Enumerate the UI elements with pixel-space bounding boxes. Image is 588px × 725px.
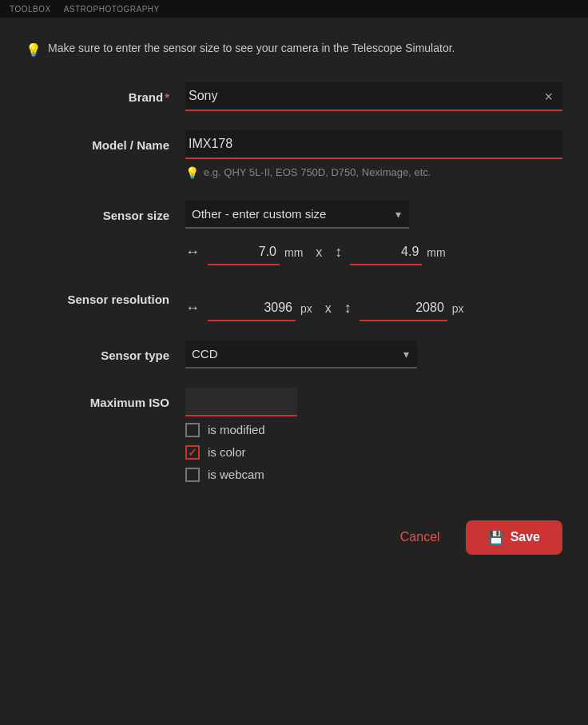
sensor-size-select[interactable]: Other - enter custom size [185,201,409,229]
brand-input-wrapper: × [185,82,562,111]
max-iso-row: Maximum ISO is modified ✓ is color [26,388,562,482]
is-modified-label: is modified [208,423,265,436]
model-label: Model / Name [26,130,185,152]
sensor-size-x-separator: x [316,245,322,260]
model-control: 💡 e.g. QHY 5L-II, EOS 750D, D750, Nexima… [185,130,562,181]
checkboxes-wrapper: is modified ✓ is color is webcam [185,423,562,482]
brand-input[interactable] [185,82,562,111]
save-button[interactable]: 💾 Save [466,520,562,555]
is-color-row: ✓ is color [185,445,562,460]
brand-row: Brand* × [26,82,562,111]
info-icon: 💡 [26,41,42,60]
top-bar: TOOLBOX ASTROPHOTOGRAPHY [0,0,588,18]
brand-clear-button[interactable]: × [539,86,558,107]
vertical-arrow-icon: ↕ [335,244,342,261]
sensor-size-row: Sensor size Other - enter custom size ▾ … [26,201,562,265]
sensor-size-select-wrapper: Other - enter custom size ▾ [185,201,409,229]
sensor-height-unit: mm [427,246,445,259]
save-label: Save [511,530,540,544]
sensor-height-input[interactable] [350,240,422,265]
sensor-type-label: Sensor type [26,341,185,362]
hint-icon: 💡 [185,165,199,181]
info-banner: 💡 Make sure to enter the sensor size to … [26,40,562,60]
max-iso-control: is modified ✓ is color is webcam [185,388,562,482]
horizontal-arrow-icon: ↔ [185,244,200,261]
res-horizontal-arrow-icon: ↔ [185,300,200,317]
is-modified-checkbox[interactable] [185,423,200,437]
is-webcam-row: is webcam [185,468,562,482]
sensor-size-label: Sensor size [26,201,185,222]
is-color-checkbox[interactable]: ✓ [185,445,200,460]
model-input-wrapper [185,130,562,159]
model-row: Model / Name 💡 e.g. QHY 5L-II, EOS 750D,… [26,130,562,181]
is-color-checkmark: ✓ [188,446,197,459]
modal: 💡 Make sure to enter the sensor size to … [0,18,588,725]
sensor-type-select-wrapper: CCD CMOS ▾ [185,341,417,368]
info-text: Make sure to enter the sensor size to se… [48,40,455,57]
sensor-resolution-row: Sensor resolution ↔ px x ↕ px [26,285,562,321]
sensor-resolution-dimension-row: ↔ px x ↕ px [185,296,562,321]
top-bar-right: ASTROPHOTOGRAPHY [64,5,160,14]
save-icon: 💾 [488,530,504,545]
sensor-type-control: CCD CMOS ▾ [185,341,562,368]
max-iso-label: Maximum ISO [26,388,185,409]
model-input[interactable] [185,130,562,159]
is-webcam-label: is webcam [208,468,264,481]
footer-buttons: Cancel 💾 Save [26,520,562,555]
is-modified-row: is modified [185,423,562,437]
res-height-input[interactable] [360,296,447,321]
sensor-type-row: Sensor type CCD CMOS ▾ [26,341,562,368]
res-width-unit: px [300,302,312,315]
res-vertical-arrow-icon: ↕ [344,300,352,317]
res-x-separator: x [325,301,332,316]
is-color-label: is color [208,445,246,459]
sensor-dimension-row: ↔ mm x ↕ mm [185,240,562,265]
top-bar-left: TOOLBOX [10,5,51,14]
is-webcam-checkbox[interactable] [185,468,200,482]
sensor-width-unit: mm [284,246,303,259]
max-iso-input[interactable] [185,388,297,416]
cancel-button[interactable]: Cancel [387,522,453,552]
res-height-unit: px [452,302,464,315]
sensor-type-select[interactable]: CCD CMOS [185,341,417,368]
sensor-size-control: Other - enter custom size ▾ ↔ mm x ↕ mm [185,201,562,265]
model-hint: 💡 e.g. QHY 5L-II, EOS 750D, D750, Nexima… [185,165,562,181]
sensor-resolution-label: Sensor resolution [26,285,185,306]
res-width-input[interactable] [208,296,296,321]
brand-label: Brand* [26,82,185,104]
sensor-width-input[interactable] [208,240,280,265]
brand-control: × [185,82,562,111]
sensor-resolution-control: ↔ px x ↕ px [185,285,562,321]
